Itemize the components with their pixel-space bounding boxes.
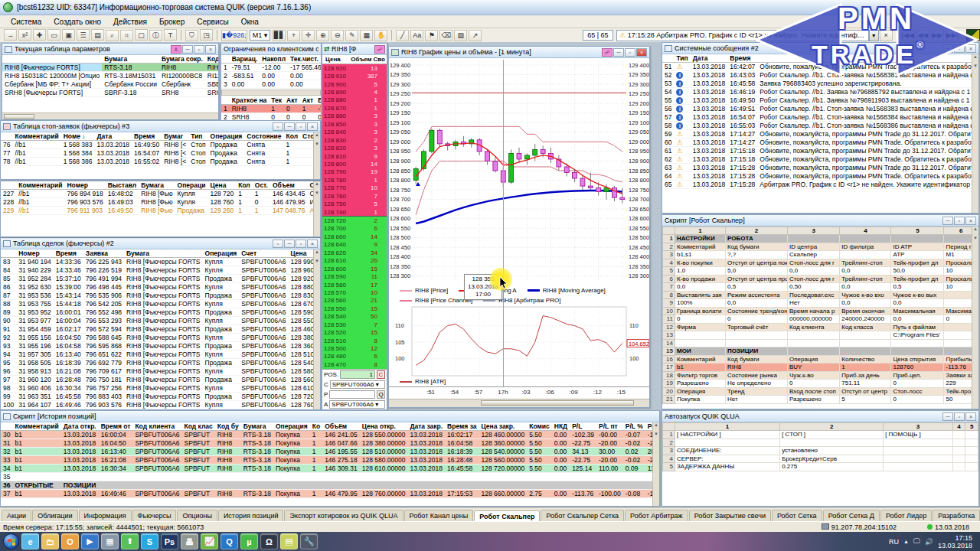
dom-bid-row[interactable]: 128 5108: [322, 337, 387, 344]
close-button[interactable]: ×: [965, 412, 976, 421]
link-button[interactable]: ☍: [602, 48, 612, 57]
atr-pane[interactable]: 100100105105110110104.652: [389, 306, 649, 377]
close-button[interactable]: ×: [307, 240, 318, 248]
table-row[interactable]: 6К-во продажиОтступ от центра продажиСто…: [663, 275, 978, 283]
table-row[interactable]: 2: [663, 439, 978, 447]
folder-taskbar-icon[interactable]: 🗀: [41, 533, 59, 549]
table-row[interactable]: 9231 955 15616:04:50796 588 645RIH8 [Фью…: [1, 334, 320, 342]
workspace-tab[interactable]: Облигации: [32, 510, 77, 521]
chart-tool-button[interactable]: ▊▋: [273, 30, 286, 41]
window-titlebar[interactable]: [bcst61232 UID: 63347] Информационно-тор…: [0, 0, 980, 15]
toolbar-button[interactable]: ⌗: [120, 30, 133, 41]
table-row[interactable]: 9131 954 45916:02:17796 572 594RIH8 [Фью…: [1, 325, 320, 334]
table-row[interactable]: 8531 952 28415:37:10796 491 994RIH8 [Фью…: [1, 275, 320, 283]
toolbar-button[interactable]: ✚: [33, 29, 46, 41]
close-button[interactable]: ×: [636, 48, 647, 57]
price-pane[interactable]: 129 400129 400129 350129 350129 300129 3…: [389, 58, 649, 285]
dom-bid-row[interactable]: 128 55015: [322, 305, 387, 312]
chart-app-taskbar-icon[interactable]: 📈: [201, 533, 218, 549]
dom-bid-row[interactable]: 128 54050: [322, 313, 387, 321]
scalper-vscrollbar[interactable]: ▲▼: [972, 227, 978, 409]
dom-ask-row[interactable]: 128 9005: [322, 80, 387, 88]
price-input[interactable]: [329, 390, 375, 399]
table-row[interactable]: RIH8 [Фьючерсы FORTS]RTS-3.18RIH8RIH8: [2, 64, 218, 72]
dom-bid-row[interactable]: 128 5307: [322, 321, 387, 328]
dom-ask-row[interactable]: 128 8701: [322, 104, 387, 112]
calculator-taskbar-icon[interactable]: ▦: [101, 533, 119, 549]
taskbar-clock[interactable]: 17:1513.03.2018: [938, 534, 972, 549]
toolbar-button[interactable]: ◳: [200, 29, 213, 41]
link-button[interactable]: ☍: [374, 45, 385, 54]
table-row[interactable]: 9931 963 35116:45:58796 883 403RIH8 [Фью…: [1, 393, 320, 401]
menu-item[interactable]: Сервисы: [191, 17, 234, 27]
chart-tool-button[interactable]: ✎: [345, 30, 358, 41]
params-hscrollbar[interactable]: [2, 112, 218, 119]
orders-table[interactable]: КомментарийНомерВыставлБумагаОперациЦена…: [1, 181, 320, 215]
restore-button[interactable]: ▫: [273, 122, 283, 131]
alert-dropdown-arrow[interactable]: ▼: [869, 30, 879, 41]
table-row[interactable]: 10031 964 10716:49:46796 903 576RIH8 [Фь…: [1, 401, 320, 409]
utorrent-taskbar-icon[interactable]: µ: [240, 533, 258, 549]
quantity-button[interactable]: Q: [377, 390, 385, 399]
table-row[interactable]: 9031 953 97716:00:04796 553 293RIH8 [Фью…: [1, 317, 320, 325]
dom-ask-row[interactable]: 128 8403: [322, 129, 387, 136]
table-row[interactable]: 1RIH8101-79.51: [221, 105, 321, 113]
workspace-tab[interactable]: Робот Лидер: [880, 510, 932, 521]
stop-orders-table[interactable]: КомментарийНоме ↓ДатаВремяБумагТипОперац…: [1, 132, 320, 166]
table-row[interactable]: 9431 957 30516:13:40796 651 622RIH8 [Фью…: [1, 350, 320, 359]
minimize-button[interactable]: ─: [182, 45, 193, 54]
table-row[interactable]: 51⚠13.03.201816:42:07Обновите, пожалуйст…: [662, 63, 978, 71]
toolbar-button[interactable]: x²: [18, 29, 31, 41]
table-row[interactable]: 3СОЕДИНЕНИЕ:установлено: [663, 447, 978, 455]
table-row[interactable]: 8831 953 75515:44:18796 542 205RIH8 [Фью…: [1, 300, 320, 308]
table-row[interactable]: 61⚠13.03.201817:15:18Обновите, пожалуйст…: [662, 147, 978, 155]
maximize-button[interactable]: ▫: [954, 44, 965, 53]
limits-window-titlebar[interactable]: Ограничения по клиентским счет: [221, 44, 321, 55]
table-row[interactable]: 16КомментарийКод бумагиОперацияКоличеств…: [663, 355, 978, 364]
playback-button[interactable]: ▶▶|: [946, 30, 959, 41]
table-row[interactable]: 32b113.03.201816:13:40SPBFUT006A6SPBFUTR…: [1, 448, 659, 456]
table-row[interactable]: 1[ НАСТРОЙКИ ][ СТОП ][ ПОМОЩЬ ]: [663, 431, 978, 439]
table-row[interactable]: Сбербанк [МБ ФР: Т+ Акции]Сбербанк Росси…: [2, 80, 218, 89]
anchor-button[interactable]: ⚓: [171, 45, 181, 54]
toolbar-button[interactable]: ▭: [47, 29, 60, 41]
playback-button[interactable]: ◀◀: [916, 30, 929, 41]
sysmsg-vscrollbar[interactable]: ▲▼: [972, 54, 978, 213]
table-row[interactable]: 9831 960 40616:30:34796 757 256RIH8 [Фью…: [1, 384, 320, 393]
table-row[interactable]: 77//b11 568 38413.03.201816:54:07RIH8 [<…: [1, 149, 320, 158]
chart-body[interactable]: 129 400129 400129 350129 350129 300129 3…: [389, 58, 649, 407]
outlook-taskbar-icon[interactable]: O: [61, 533, 79, 549]
dom-bid-row[interactable]: 128 60015: [322, 265, 387, 272]
skype-taskbar-icon[interactable]: S: [141, 533, 158, 549]
table-row[interactable]: 53i13.03.201816:45:58Заявка 796883403 ус…: [662, 80, 978, 88]
minimize-button[interactable]: ─: [942, 412, 953, 421]
clear-alert-button[interactable]: ×: [880, 30, 893, 41]
workspace-tab[interactable]: Робот Закрытие свечи: [689, 510, 771, 521]
table-row[interactable]: 9331 955 19616:04:58796 595 868RIH8 [Фью…: [1, 342, 320, 350]
toolbar-button[interactable]: ⛉: [185, 30, 198, 41]
dom-ask-row[interactable]: 128 7401: [322, 208, 387, 216]
chart-tool-button[interactable]: ✋: [374, 30, 387, 41]
table-row[interactable]: 3b1,s1?,?СкальперATPM1: [663, 251, 978, 259]
table-row[interactable]: 15МОИПОЗИЦИИ: [663, 347, 978, 356]
photoshop-taskbar-icon[interactable]: Ps: [161, 533, 178, 549]
menu-item[interactable]: Создать окно: [47, 17, 107, 27]
table-row[interactable]: RIH8 150318C 120000M [ОпциоRTS-3.18M1503…: [2, 72, 218, 80]
table-row[interactable]: 14: [663, 339, 978, 347]
table-row[interactable]: 60⚠13.03.201817:14:27Обновите, пожалуйст…: [662, 139, 978, 147]
chart-tool-button[interactable]: ▦: [360, 30, 373, 41]
workspace-tab[interactable]: Робот Сетка: [772, 510, 822, 521]
table-row[interactable]: 56i13.03.201816:49:51Робот Скальпер. //b…: [662, 105, 978, 113]
chart-tool-button[interactable]: ✛: [302, 30, 315, 41]
table-row[interactable]: 31b113.03.201816:04:50SPBFUT006A6SPBFUTR…: [1, 439, 659, 448]
dom-bid-row[interactable]: 128 7202: [322, 217, 387, 224]
table-row[interactable]: 13C:\Program Files': [663, 331, 978, 340]
dom-ask-row[interactable]: 128 7505: [322, 200, 387, 207]
draw-tool-button[interactable]: ⌫: [439, 30, 452, 41]
dom-bid-row[interactable]: 128 56021: [322, 297, 387, 305]
limits-table[interactable]: Вариац.НакоплТек.чист.План.1-79.51-12.00…: [221, 55, 321, 89]
table-row[interactable]: 4СЕРВЕР:БрокерКредитСерв: [663, 455, 978, 463]
table-row[interactable]: 17b1RIH8BUY1128760-113.76: [663, 364, 978, 372]
dom-ask-row[interactable]: 128 79019: [322, 168, 387, 176]
table-row[interactable]: 5ЗАДЕРЖКА ДАННЫ0.275: [663, 463, 978, 471]
